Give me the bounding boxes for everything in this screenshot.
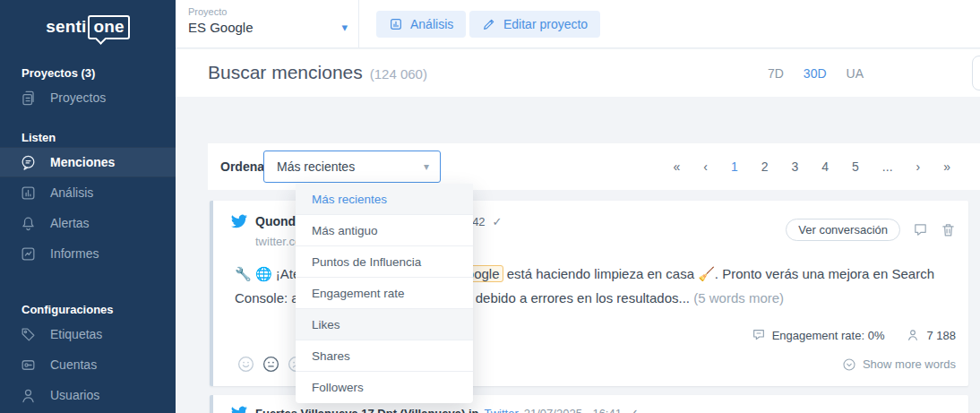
project-label: Proyecto: [188, 6, 348, 17]
show-more-words[interactable]: Show more words: [842, 357, 956, 372]
main-area: Proyecto ES Google ▾ Análisis Editar pro…: [176, 0, 980, 413]
bar-chart-icon: [389, 17, 403, 31]
sort-option-shares[interactable]: Shares: [296, 340, 473, 372]
pagination-last[interactable]: »: [932, 159, 962, 174]
sidebar-item-label: Informes: [50, 246, 99, 261]
check-icon: ✓: [629, 407, 639, 413]
range-7d[interactable]: 7D: [768, 66, 784, 81]
page-header: Buscar menciones(124 060) 7D 30D UA: [176, 49, 980, 97]
sidebar: sentione Proyectos (3) Proyectos Listen …: [0, 0, 176, 413]
pagination: « ‹ 1 2 3 4 5 ... › »: [661, 159, 980, 174]
sidebar-heading-config: Configuraciones: [0, 301, 176, 319]
chevron-down-icon: ▾: [341, 21, 348, 34]
mention-actions: Ver conversación: [786, 219, 956, 241]
sentiment-neutral-icon[interactable]: [262, 355, 280, 374]
page-title-text: Buscar menciones: [208, 62, 363, 82]
twitter-icon: [231, 213, 247, 229]
sidebar-item-alertas[interactable]: Alertas: [0, 208, 176, 238]
documents-icon: [20, 90, 37, 107]
person-icon: [906, 328, 920, 342]
sort-select[interactable]: Más recientes ▾: [263, 151, 441, 183]
mention-text-line2-start: Console: ar: [235, 290, 304, 305]
sidebar-item-etiquetas[interactable]: Etiquetas: [0, 319, 176, 349]
sidebar-item-analisis[interactable]: Análisis: [0, 177, 176, 208]
mention-timestamp: 21/07/2025 - 16:41: [524, 407, 622, 413]
analysis-button-label: Análisis: [410, 17, 453, 31]
date-range-switch: 7D 30D UA: [768, 66, 864, 81]
show-more-words-label: Show more words: [863, 357, 956, 371]
page-title: Buscar menciones(124 060): [208, 62, 427, 83]
divider: [358, 0, 359, 48]
date-picker-partial[interactable]: [972, 56, 980, 90]
project-value: ES Google: [188, 20, 348, 35]
sidebar-item-label: Etiquetas: [50, 327, 102, 341]
sidebar-item-label: Menciones: [50, 155, 115, 169]
logo-boxed-text: one: [88, 15, 129, 39]
author-name[interactable]: Fuertes Villanueva 17 Dpt (Villanueva) i…: [255, 407, 479, 413]
range-30d[interactable]: 30D: [804, 66, 827, 81]
chevron-circle-icon: [842, 357, 856, 372]
sidebar-item-menciones[interactable]: Menciones: [0, 147, 176, 177]
range-ua[interactable]: UA: [847, 66, 864, 81]
sort-select-value: Más recientes: [277, 159, 355, 174]
pagination-page-1[interactable]: 1: [719, 159, 750, 174]
pencil-icon: [482, 17, 496, 31]
mentions-count: (124 060): [370, 66, 427, 82]
sidebar-item-cuentas[interactable]: Cuentas: [0, 349, 176, 380]
sort-option-mas-recientes[interactable]: Más recientes: [296, 184, 473, 215]
pagination-ellipsis: ...: [871, 159, 905, 174]
topbar: Proyecto ES Google ▾ Análisis Editar pro…: [176, 0, 980, 48]
pagination-page-4[interactable]: 4: [810, 159, 840, 174]
sidebar-item-informes[interactable]: Informes: [0, 238, 176, 269]
pagination-page-2[interactable]: 2: [750, 159, 780, 174]
mention-text-line2-end: debido a errores en los resultados...: [476, 290, 693, 305]
conversation-bubble-icon[interactable]: [913, 222, 928, 237]
pagination-prev[interactable]: ‹: [692, 159, 719, 174]
mention-author-block: Fuertes Villanueva 17 Dpt (Villanueva) i…: [231, 405, 956, 413]
mention-text-line1-end: está haciendo limpieza en casa 🧹. Pronto…: [503, 266, 934, 281]
sentiment-positive-icon[interactable]: [236, 355, 255, 374]
report-icon: [20, 245, 37, 262]
sort-option-likes[interactable]: Likes: [296, 309, 473, 340]
engagement-icon: [752, 328, 766, 342]
pagination-next[interactable]: ›: [905, 159, 933, 174]
project-selector[interactable]: Proyecto ES Google ▾: [188, 6, 348, 35]
source-link[interactable]: Twitter: [485, 407, 519, 413]
pagination-page-3[interactable]: 3: [779, 159, 810, 174]
analysis-button[interactable]: Análisis: [376, 11, 466, 38]
sentione-logo: sentione: [0, 0, 176, 54]
pagination-first[interactable]: «: [661, 159, 692, 174]
speech-bubble-icon: [20, 154, 37, 171]
engagement-value: Engagement rate: 0%: [772, 329, 885, 342]
pagination-page-5[interactable]: 5: [840, 159, 871, 174]
sort-option-engagement-rate[interactable]: Engagement rate: [296, 278, 473, 309]
view-conversation-button[interactable]: Ver conversación: [786, 219, 900, 241]
check-icon: ✓: [493, 215, 503, 228]
sort-dropdown: Más recientes Más antiguo Puntos de Infl…: [296, 184, 473, 403]
sort-option-mas-antiguo[interactable]: Más antiguo: [296, 215, 473, 246]
followers-stat: 7 188: [906, 328, 956, 342]
sidebar-item-label: Usuarios: [50, 388, 99, 402]
more-words-label[interactable]: (5 words more): [693, 290, 784, 305]
sidebar-item-usuarios[interactable]: Usuarios: [0, 380, 176, 410]
chevron-down-icon: ▾: [424, 160, 429, 173]
sidebar-item-label: Alertas: [50, 216, 90, 230]
edit-project-button-label: Editar proyecto: [503, 17, 588, 31]
engagement-stat: Engagement rate: 0%: [752, 328, 885, 342]
sort-option-puntos-influencia[interactable]: Puntos de Influencia: [296, 246, 473, 278]
sidebar-item-proyectos[interactable]: Proyectos: [0, 82, 176, 113]
bar-chart-icon: [20, 185, 37, 202]
sidebar-item-label: Cuentas: [50, 357, 97, 372]
trash-icon[interactable]: [941, 222, 956, 237]
bell-icon: [20, 215, 37, 232]
edit-project-button[interactable]: Editar proyecto: [469, 11, 600, 38]
tag-icon: [20, 326, 37, 343]
key-icon: [20, 357, 37, 374]
logo-text: senti: [46, 17, 86, 37]
twitter-icon: [231, 405, 247, 413]
sidebar-item-label: Análisis: [50, 185, 93, 200]
sidebar-heading-listen: Listen: [0, 129, 176, 147]
followers-value: 7 188: [926, 329, 956, 342]
sidebar-heading-projects: Proyectos (3): [0, 65, 176, 82]
sort-option-followers[interactable]: Followers: [296, 372, 473, 403]
